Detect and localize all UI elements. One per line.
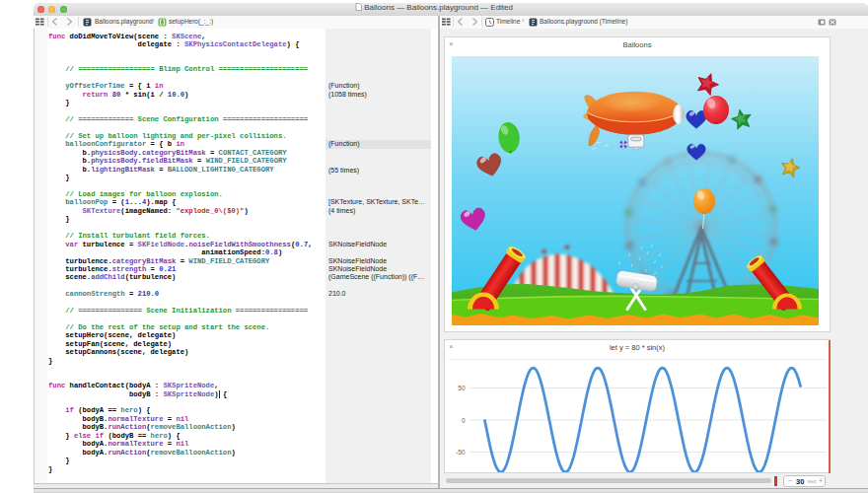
svg-text:50: 50 bbox=[458, 385, 466, 391]
svg-text:-50: -50 bbox=[456, 449, 466, 456]
svg-text:0: 0 bbox=[462, 417, 466, 424]
